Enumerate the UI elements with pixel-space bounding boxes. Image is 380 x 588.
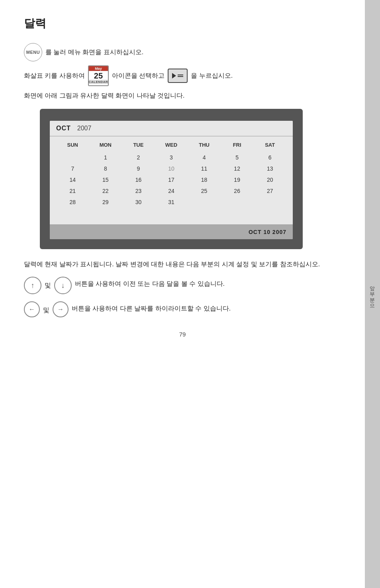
cal-day-15: 15 — [89, 174, 122, 185]
cal-day-30: 30 — [122, 197, 155, 208]
down-arrow-button: ↓ — [54, 277, 72, 294]
left-right-button-row: ← 및 → 버튼을 사용하여 다른 날짜를 하이라이트할 수 있습니다. — [24, 301, 341, 319]
weekday-sat: SAT — [253, 140, 286, 149]
instruction-step3: 화면에 아래 그림과 유사한 달력 화면이 나타날 것입니다. — [24, 90, 341, 101]
page-number: 79 — [24, 331, 341, 338]
weekday-sun: SUN — [56, 140, 89, 149]
cal-day-23: 23 — [122, 185, 155, 197]
step2-middle: 아이콘을 선택하고 — [112, 72, 165, 80]
cal-day-29: 29 — [89, 197, 122, 208]
cal-day-26: 26 — [221, 185, 254, 197]
cal-day-24: 24 — [155, 185, 188, 197]
cal-day-27: 27 — [253, 185, 286, 197]
calendar-date: 25 — [94, 71, 103, 80]
up-down-desc: 버튼을 사용하여 이전 또는 다음 달을 볼 수 있습니다. — [75, 278, 225, 289]
cal-day-17: 17 — [155, 174, 188, 185]
page-title: 달력 — [24, 16, 341, 31]
cal-day-28: 28 — [56, 197, 89, 208]
up-down-button-row: ↑ 및 ↓ 버튼을 사용하여 이전 또는 다음 달을 볼 수 있습니다. — [24, 277, 341, 294]
calendar-month-label: May — [88, 66, 109, 71]
weekday-fri: FRI — [221, 140, 254, 149]
calendar-note: 달력에 현재 날짜가 표시됩니다. 날짜 변경에 대한 내용은 다음 부분의 시… — [24, 259, 341, 269]
cal-day-13: 13 — [253, 163, 286, 174]
cal-day-empty4 — [253, 197, 286, 208]
cal-day-11: 11 — [188, 163, 221, 174]
cal-day-14: 14 — [56, 174, 89, 185]
right-arrow-button: → — [53, 301, 69, 317]
calendar-year: 2007 — [77, 125, 92, 132]
weekday-thu: THU — [188, 140, 221, 149]
cal-day-empty3 — [221, 197, 254, 208]
calendar-bottom-label: CALENDAR — [88, 80, 109, 84]
calendar-grid: SUN MON TUE WED THU FRI SAT 1 2 3 4 5 6 — [50, 136, 293, 212]
cal-day-19: 19 — [221, 174, 254, 185]
cal-day-21: 21 — [56, 185, 89, 197]
calendar-days: 1 2 3 4 5 6 7 8 9 10 11 12 13 14 15 — [56, 152, 286, 208]
ok-enter-button-icon — [168, 69, 188, 83]
sidebar-text: 앞부분으 — [370, 282, 375, 306]
cal-day-31: 31 — [155, 197, 188, 208]
and-text-1: 및 — [45, 277, 51, 294]
weekday-mon: MON — [89, 140, 122, 149]
weekdays-row: SUN MON TUE WED THU FRI SAT — [56, 140, 286, 149]
calendar-header: OCT 2007 — [50, 121, 293, 136]
weekday-wed: WED — [155, 140, 188, 149]
calendar-screen-wrapper: OCT 2007 SUN MON TUE WED THU FRI SAT 1 — [40, 109, 303, 249]
instruction-step1: MENU 를 눌러 메뉴 화면을 표시하십시오. — [24, 43, 341, 61]
cal-day-18: 18 — [188, 174, 221, 185]
cal-day-2: 2 — [122, 152, 155, 163]
calendar-footer: OCT 10 2007 — [50, 224, 293, 239]
cal-day-20: 20 — [253, 174, 286, 185]
cal-day-empty2 — [188, 197, 221, 208]
calendar-icon: May 25 CALENDAR — [88, 65, 109, 86]
calendar-spacer — [50, 212, 293, 224]
menu-button-icon: MENU — [24, 43, 42, 61]
calendar-screen: OCT 2007 SUN MON TUE WED THU FRI SAT 1 — [50, 121, 293, 239]
cal-day-4: 4 — [188, 152, 221, 163]
cal-day-10: 10 — [155, 163, 188, 174]
and-text-2: 및 — [43, 301, 49, 319]
step1-text: 를 눌러 메뉴 화면을 표시하십시오. — [45, 48, 143, 57]
cal-day-6: 6 — [253, 152, 286, 163]
cal-day-8: 8 — [89, 163, 122, 174]
cal-day-25: 25 — [188, 185, 221, 197]
step2-suffix: 을 누르십시오. — [191, 72, 233, 80]
cal-day-3: 3 — [155, 152, 188, 163]
cal-day-16: 16 — [122, 174, 155, 185]
cal-day-empty1 — [56, 152, 89, 163]
instruction-step2: 화살표 키를 사용하여 May 25 CALENDAR 아이콘을 선택하고 — [24, 65, 341, 86]
calendar-month: OCT — [56, 125, 71, 132]
up-arrow-button: ↑ — [24, 277, 41, 294]
weekday-tue: TUE — [122, 140, 155, 149]
cal-day-5: 5 — [221, 152, 254, 163]
cal-day-12: 12 — [221, 163, 254, 174]
step2-prefix: 화살표 키를 사용하여 — [24, 72, 85, 80]
sidebar: 앞부분으 — [365, 0, 380, 588]
left-right-desc: 버튼을 사용하여 다른 날짜를 하이라이트할 수 있습니다. — [72, 303, 231, 314]
cal-day-1: 1 — [89, 152, 122, 163]
cal-day-7: 7 — [56, 163, 89, 174]
cal-day-22: 22 — [89, 185, 122, 197]
left-arrow-button: ← — [24, 301, 40, 317]
cal-day-9: 9 — [122, 163, 155, 174]
